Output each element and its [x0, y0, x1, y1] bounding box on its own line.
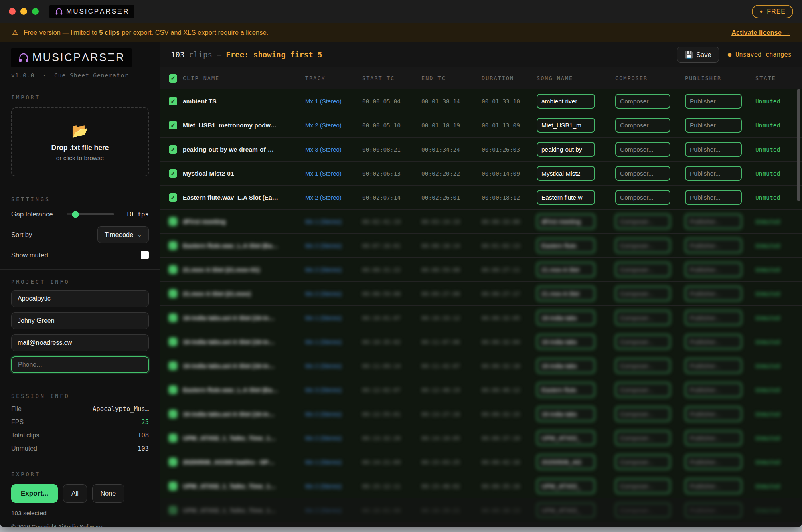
song-name-input[interactable] — [537, 407, 595, 421]
song-name-input[interactable] — [537, 479, 595, 494]
publisher-input[interactable] — [685, 142, 742, 157]
composer-input[interactable] — [615, 431, 670, 445]
phone-field[interactable] — [11, 356, 149, 373]
song-name-input[interactable] — [537, 382, 595, 397]
song-name-input[interactable] — [537, 94, 595, 109]
track-link[interactable]: Mx 2 (Stereo) — [305, 507, 362, 514]
song-name-input[interactable] — [537, 431, 595, 445]
vertical-scrollbar[interactable] — [797, 89, 800, 201]
row-checkbox[interactable]: ✓ — [169, 145, 177, 154]
composer-input[interactable] — [615, 503, 670, 518]
publisher-input[interactable] — [685, 310, 742, 325]
composer-input[interactable] — [615, 214, 670, 229]
track-link[interactable]: Mx 1 (Stereo) — [305, 218, 362, 225]
row-checkbox[interactable]: ✓ — [169, 193, 177, 202]
project-name-field[interactable] — [11, 290, 149, 307]
publisher-input[interactable] — [685, 382, 742, 397]
composer-input[interactable] — [615, 479, 670, 494]
row-checkbox[interactable]: ✓ — [169, 506, 177, 514]
select-all-checkbox[interactable]: ✓ — [169, 74, 177, 83]
publisher-input[interactable] — [685, 118, 742, 133]
track-link[interactable]: Mx 1 (Stereo) — [305, 338, 362, 345]
composer-input[interactable] — [615, 455, 670, 469]
song-name-input[interactable] — [537, 455, 595, 469]
row-checkbox[interactable]: ✓ — [169, 338, 177, 346]
track-link[interactable]: Mx 2 (Stereo) — [305, 483, 362, 490]
song-name-input[interactable] — [537, 190, 595, 205]
composer-input[interactable] — [615, 142, 670, 157]
free-plan-badge[interactable]: ● FREE — [752, 5, 793, 18]
row-checkbox[interactable]: ✓ — [169, 458, 177, 466]
row-checkbox[interactable]: ✓ — [169, 386, 177, 394]
track-link[interactable]: Mx 1 (Stereo) — [305, 459, 362, 465]
row-checkbox[interactable]: ✓ — [169, 314, 177, 322]
activate-license-link[interactable]: Activate license → — [731, 29, 790, 36]
song-name-input[interactable] — [537, 286, 595, 301]
publisher-input[interactable] — [685, 503, 742, 518]
slider-thumb[interactable] — [72, 211, 79, 218]
publisher-input[interactable] — [685, 166, 742, 181]
composer-input[interactable] — [615, 118, 670, 133]
track-link[interactable]: Mx 2 (Stereo) — [305, 411, 362, 417]
composer-input[interactable] — [615, 334, 670, 349]
track-link[interactable]: Mx 2 (Stereo) — [305, 242, 362, 249]
gap-tolerance-slider[interactable] — [67, 213, 114, 215]
track-link[interactable]: Mx 3 (Stereo) — [305, 386, 362, 393]
composer-input[interactable] — [615, 238, 670, 253]
composer-input[interactable] — [615, 407, 670, 421]
row-checkbox[interactable]: ✓ — [169, 217, 177, 226]
song-name-input[interactable] — [537, 238, 595, 253]
row-checkbox[interactable]: ✓ — [169, 121, 177, 129]
publisher-input[interactable] — [685, 286, 742, 301]
composer-input[interactable] — [615, 190, 670, 205]
track-link[interactable]: Mx 1 (Stereo) — [305, 314, 362, 321]
track-link[interactable]: Mx 2 (Stereo) — [305, 290, 362, 297]
contact-name-field[interactable] — [11, 312, 149, 329]
row-checkbox[interactable]: ✓ — [169, 97, 177, 105]
zoom-window-button[interactable] — [32, 8, 39, 15]
row-checkbox[interactable]: ✓ — [169, 289, 177, 298]
row-checkbox[interactable]: ✓ — [169, 482, 177, 490]
publisher-input[interactable] — [685, 190, 742, 205]
song-name-input[interactable] — [537, 503, 595, 518]
row-checkbox[interactable]: ✓ — [169, 241, 177, 250]
show-muted-checkbox[interactable] — [141, 251, 149, 259]
publisher-input[interactable] — [685, 214, 742, 229]
song-name-input[interactable] — [537, 118, 595, 133]
track-link[interactable]: Mx 1 (Stereo) — [305, 98, 362, 105]
publisher-input[interactable] — [685, 238, 742, 253]
email-field[interactable] — [11, 334, 149, 351]
composer-input[interactable] — [615, 262, 670, 277]
composer-input[interactable] — [615, 166, 670, 181]
track-link[interactable]: Mx 3 (Stereo) — [305, 146, 362, 153]
row-checkbox[interactable]: ✓ — [169, 410, 177, 418]
publisher-input[interactable] — [685, 94, 742, 109]
publisher-input[interactable] — [685, 455, 742, 469]
publisher-input[interactable] — [685, 262, 742, 277]
select-none-button[interactable]: None — [92, 484, 124, 503]
row-checkbox[interactable]: ✓ — [169, 434, 177, 442]
track-link[interactable]: Mx 2 (Stereo) — [305, 266, 362, 273]
song-name-input[interactable] — [537, 166, 595, 181]
track-link[interactable]: Mx 2 (Stereo) — [305, 362, 362, 369]
track-link[interactable]: Mx 2 (Stereo) — [305, 435, 362, 441]
song-name-input[interactable] — [537, 142, 595, 157]
song-name-input[interactable] — [537, 214, 595, 229]
song-name-input[interactable] — [537, 310, 595, 325]
track-link[interactable]: Mx 2 (Stereo) — [305, 122, 362, 129]
composer-input[interactable] — [615, 94, 670, 109]
close-window-button[interactable] — [9, 8, 16, 15]
song-name-input[interactable] — [537, 334, 595, 349]
export-button[interactable]: Export... — [11, 484, 58, 503]
row-checkbox[interactable]: ✓ — [169, 265, 177, 274]
song-name-input[interactable] — [537, 358, 595, 373]
publisher-input[interactable] — [685, 407, 742, 421]
save-button[interactable]: 💾 Save — [677, 47, 719, 63]
composer-input[interactable] — [615, 286, 670, 301]
row-checkbox[interactable]: ✓ — [169, 169, 177, 178]
select-all-button[interactable]: All — [63, 484, 87, 503]
composer-input[interactable] — [615, 310, 670, 325]
publisher-input[interactable] — [685, 358, 742, 373]
composer-input[interactable] — [615, 382, 670, 397]
track-link[interactable]: Mx 1 (Stereo) — [305, 170, 362, 177]
